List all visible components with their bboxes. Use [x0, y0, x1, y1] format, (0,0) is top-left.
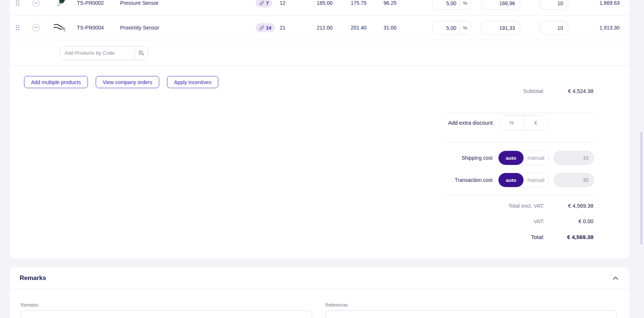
total-excl-vat-label: Total excl. VAT: [446, 203, 544, 209]
product-code[interactable]: TS-PR0002 [77, 0, 117, 6]
net-price-input[interactable] [481, 0, 520, 10]
total-excl-vat-value: € 4,569.38 [544, 203, 594, 209]
extra-price: 96.25 [363, 0, 396, 6]
shipping-auto-button[interactable]: auto [498, 151, 524, 165]
total-row: Total: € 4,569.38 [446, 229, 594, 245]
extra-discount-row: Add extra discount: % € [446, 114, 594, 132]
product-image [54, 0, 66, 9]
discount-percent-button[interactable]: % [500, 116, 524, 130]
apply-incentives-button[interactable]: Apply incentives [167, 76, 218, 88]
gross-price: 185.00 [299, 0, 333, 6]
list-check-icon [138, 50, 144, 56]
shipping-cost-input [553, 151, 594, 165]
shipping-cost-row: Shipping cost auto manual [446, 151, 594, 165]
product-rows: TS-PR0002 Pressure Sensor 7 12 185.00 17… [10, 0, 629, 88]
shipping-cost-toggle: auto manual [498, 151, 549, 165]
product-image [54, 21, 66, 34]
remove-product-button[interactable] [32, 24, 40, 31]
references-textarea[interactable] [326, 310, 617, 318]
remarks-heading: Remarks [20, 274, 46, 282]
divider [446, 142, 594, 142]
list-price: 175.75 [333, 0, 367, 6]
linked-count: 7 [266, 0, 269, 6]
transaction-cost-toggle: auto manual [498, 173, 549, 187]
vat-row: VAT: € 0.00 [446, 214, 594, 229]
subtotal-label: Subtotal: [446, 88, 544, 94]
discount-input-group: % [432, 21, 471, 35]
totals-panel: Subtotal: € 4,524.38 Add extra discount:… [446, 83, 594, 245]
row-total: 1,669.63 [565, 0, 620, 6]
discount-unit: % [459, 0, 471, 10]
add-multiple-products-button[interactable]: Add multiple products [24, 76, 88, 88]
discount-input[interactable] [433, 0, 459, 10]
grand-totals: Total excl. VAT: € 4,569.38 VAT: € 0.00 … [446, 198, 594, 245]
collapse-section-button[interactable] [610, 273, 621, 283]
remarks-field-col: Remarks [21, 303, 312, 318]
product-row: TS-PR0004 Proximity Sensor 14 21 212.00 … [10, 15, 629, 40]
shipping-cost-label: Shipping cost [461, 155, 493, 161]
quantity-input[interactable] [539, 0, 569, 10]
quantity-input[interactable] [539, 21, 569, 35]
total-label: Total: [446, 234, 544, 240]
remarks-card: Remarks Remarks References [10, 267, 629, 318]
add-product-row [10, 40, 629, 66]
stock-quantity: 12 [280, 0, 294, 6]
row-total: 1,913.30 [565, 25, 620, 31]
view-company-orders-button[interactable]: View company orders [96, 76, 159, 88]
vertical-scrollbar[interactable] [640, 132, 643, 245]
chevron-up-icon [613, 276, 618, 280]
extra-discount-label: Add extra discount: [448, 120, 494, 126]
transaction-manual-button[interactable]: manual [524, 173, 548, 187]
list-price: 201.40 [333, 25, 367, 31]
linked-orders-badge[interactable]: 14 [256, 23, 275, 32]
subtotal-value: € 4,524.38 [544, 88, 594, 94]
vat-value: € 0.00 [544, 218, 594, 224]
stock-quantity: 21 [280, 25, 294, 31]
order-products-card: TS-PR0002 Pressure Sensor 7 12 185.00 17… [10, 0, 629, 258]
drag-handle-icon[interactable] [16, 0, 20, 6]
link-icon [259, 25, 264, 30]
discount-input[interactable] [433, 21, 459, 34]
remove-product-button[interactable] [32, 0, 40, 7]
net-price-input[interactable] [481, 21, 520, 35]
vat-label: VAT: [446, 218, 544, 224]
linked-count: 14 [266, 25, 271, 31]
add-products-by-code-group [60, 46, 148, 60]
add-by-code-submit-button[interactable] [134, 46, 147, 60]
add-products-by-code-input[interactable] [60, 46, 134, 60]
remarks-textarea[interactable] [21, 310, 312, 318]
transaction-cost-input [553, 173, 594, 187]
references-field-col: References [326, 303, 617, 318]
discount-input-group: % [432, 0, 471, 10]
gross-price: 212.00 [299, 25, 333, 31]
product-name: Proximity Sensor [120, 25, 231, 31]
linked-orders-badge[interactable]: 7 [256, 0, 272, 7]
remarks-field-label: Remarks [21, 303, 312, 308]
discount-type-selector: % € [499, 115, 548, 130]
total-value: € 4,569.38 [544, 234, 594, 240]
discount-unit: % [459, 21, 471, 34]
extra-price: 31.00 [363, 25, 396, 31]
remarks-body: Remarks References [10, 289, 629, 318]
link-icon [259, 1, 264, 6]
references-field-label: References [326, 303, 617, 308]
transaction-cost-label: Transaction cost [455, 177, 493, 183]
transaction-cost-row: Transaction cost auto manual [446, 173, 594, 187]
remarks-header: Remarks [10, 267, 629, 289]
drag-handle-icon[interactable] [16, 25, 20, 31]
product-name: Pressure Sensor [120, 0, 231, 6]
discount-euro-button[interactable]: € [524, 116, 548, 130]
total-excl-vat-row: Total excl. VAT: € 4,569.38 [446, 198, 594, 214]
shipping-manual-button[interactable]: manual [524, 151, 548, 165]
transaction-auto-button[interactable]: auto [498, 173, 524, 187]
product-row: TS-PR0002 Pressure Sensor 7 12 185.00 17… [10, 0, 629, 15]
product-code[interactable]: TS-PR0004 [77, 25, 117, 31]
divider [446, 195, 594, 195]
divider [446, 113, 594, 113]
subtotal-row: Subtotal: € 4,524.38 [446, 83, 594, 99]
